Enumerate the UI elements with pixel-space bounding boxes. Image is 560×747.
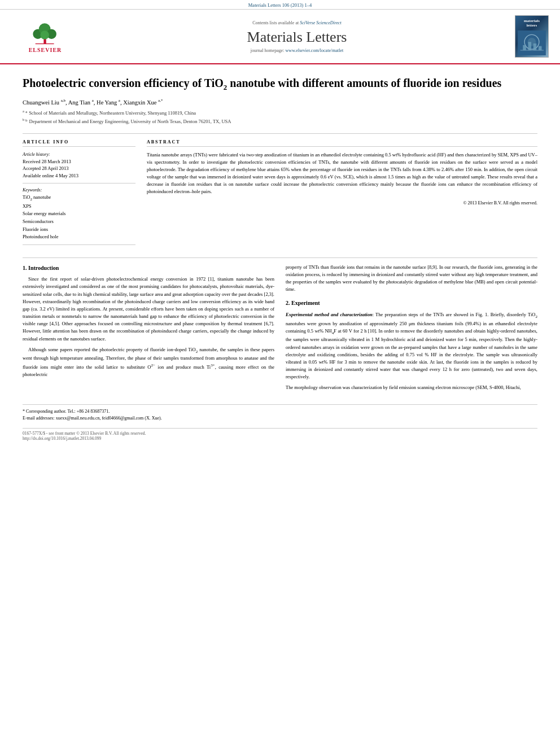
email-text: E-mail addresses: xuexx@mail.neu.edu.cn,… xyxy=(23,416,162,421)
contents-prefix: Contents lists available at xyxy=(252,20,300,25)
experiment-para-2: The morphology observation was character… xyxy=(286,384,537,391)
elsevier-brand-text: ELSEVIER xyxy=(29,47,62,53)
experiment-para-1: Experimental method and characterization… xyxy=(286,311,537,381)
email-note: E-mail addresses: xuexx@mail.neu.edu.cn,… xyxy=(23,415,537,422)
svg-rect-14 xyxy=(539,46,542,50)
svg-point-4 xyxy=(40,30,49,40)
body-columns: 1. Introduction Since the first report o… xyxy=(23,264,537,395)
intro-para-2: Although some papers reported the photoe… xyxy=(23,346,274,378)
footnotes-area: * Corresponding author. Tel.: +86 24 836… xyxy=(23,404,537,423)
article-info-col: ARTICLE INFO Article history: Received 2… xyxy=(23,139,135,248)
history-label: Article history: xyxy=(23,151,135,158)
affiliation-a-text: ᵃ School of Materials and Metallurgy, No… xyxy=(25,110,196,116)
contents-available-text: Contents lists available at SciVerse Sci… xyxy=(85,20,509,25)
divider-info-2 xyxy=(23,244,135,245)
homepage-link[interactable]: www.elsevier.com/locate/matlet xyxy=(286,48,344,53)
keyword-4: Semiconductors xyxy=(23,218,135,226)
intro-para-1: Since the first report of solar-driven p… xyxy=(23,276,274,343)
divider-1 xyxy=(23,133,537,134)
main-content-area: Photoelectric conversion efficiency of T… xyxy=(0,64,560,452)
cover-art-icon xyxy=(517,30,547,55)
article-info-label: ARTICLE INFO xyxy=(23,139,135,147)
divider-2 xyxy=(23,257,537,258)
section1-heading: 1. Introduction xyxy=(23,264,274,273)
authors-line: Chuangwei Liu a,b, Ang Tian a, He Yang a… xyxy=(23,98,537,106)
footer-bar: 0167-577X/$ - see front matter © 2013 El… xyxy=(23,428,537,441)
journal-citation: Materials Letters 106 (2013) 1–4 xyxy=(248,2,312,8)
keyword-2: XPS xyxy=(23,203,135,211)
keyword-5: Fluoride ions xyxy=(23,226,135,234)
available-date: Available online 4 May 2013 xyxy=(23,172,135,180)
affiliation-a: a ᵃ School of Materials and Metallurgy, … xyxy=(23,108,537,117)
affiliations: a ᵃ School of Materials and Metallurgy, … xyxy=(23,108,537,125)
corresponding-author-note: * Corresponding author. Tel.: +86 24 836… xyxy=(23,408,537,416)
section2-heading: 2. Experiment xyxy=(286,299,537,308)
svg-rect-12 xyxy=(528,42,532,50)
journal-cover-image: materials letters xyxy=(515,15,549,58)
cover-label: materials letters xyxy=(524,18,540,28)
keyword-1: TiO2 nanotube xyxy=(23,194,135,203)
svg-rect-13 xyxy=(533,43,537,50)
body-left-col: 1. Introduction Since the first report o… xyxy=(23,264,274,395)
publisher-logo-area: ELSEVIER xyxy=(11,20,79,53)
svg-rect-11 xyxy=(523,45,526,50)
journal-title: Materials Letters xyxy=(85,29,509,46)
info-abstract-section: ARTICLE INFO Article history: Received 2… xyxy=(23,139,537,248)
homepage-prefix: journal homepage: xyxy=(251,48,286,53)
accepted-date: Accepted 28 April 2013 xyxy=(23,165,135,172)
journal-title-area: Contents lists available at SciVerse Sci… xyxy=(85,20,509,53)
keyword-3: Solar energy materials xyxy=(23,210,135,218)
divider-info-1 xyxy=(23,183,135,184)
keywords-list: TiO2 nanotube XPS Solar energy materials… xyxy=(23,194,135,241)
keywords-label: Keywords: xyxy=(23,187,135,194)
affiliation-b-text: ᵇ Department of Mechanical and Energy En… xyxy=(25,119,231,124)
journal-header: ELSEVIER Contents lists available at Sci… xyxy=(0,10,560,64)
footer-left: 0167-577X/$ - see front matter © 2013 El… xyxy=(23,431,146,441)
sciverse-link[interactable]: SciVerse ScienceDirect xyxy=(300,20,342,25)
keywords-block: Keywords: TiO2 nanotube XPS Solar energy… xyxy=(23,187,135,241)
received-date: Received 28 March 2013 xyxy=(23,158,135,165)
affiliation-b: b ᵇ Department of Mechanical and Energy … xyxy=(23,117,537,125)
article-title: Photoelectric conversion efficiency of T… xyxy=(23,76,537,93)
copyright-notice: © 2013 Elsevier B.V. All rights reserved… xyxy=(147,200,537,206)
abstract-body: Titania nanotube arrays (TNTs) were fabr… xyxy=(147,151,537,196)
history-block: Article history: Received 28 March 2013 … xyxy=(23,151,135,180)
journal-homepage: journal homepage: www.elsevier.com/locat… xyxy=(85,48,509,53)
abstract-label: ABSTRACT xyxy=(147,139,537,147)
intro-para-right-1: property of TNTs than fluoride ions that… xyxy=(286,264,537,294)
journal-citation-bar: Materials Letters 106 (2013) 1–4 xyxy=(0,0,560,10)
body-right-col: property of TNTs than fluoride ions that… xyxy=(286,264,537,395)
abstract-col: ABSTRACT Titania nanotube arrays (TNTs) … xyxy=(147,139,537,248)
keyword-6: Photoinduced hole xyxy=(23,233,135,241)
elsevier-logo-icon xyxy=(20,20,71,46)
